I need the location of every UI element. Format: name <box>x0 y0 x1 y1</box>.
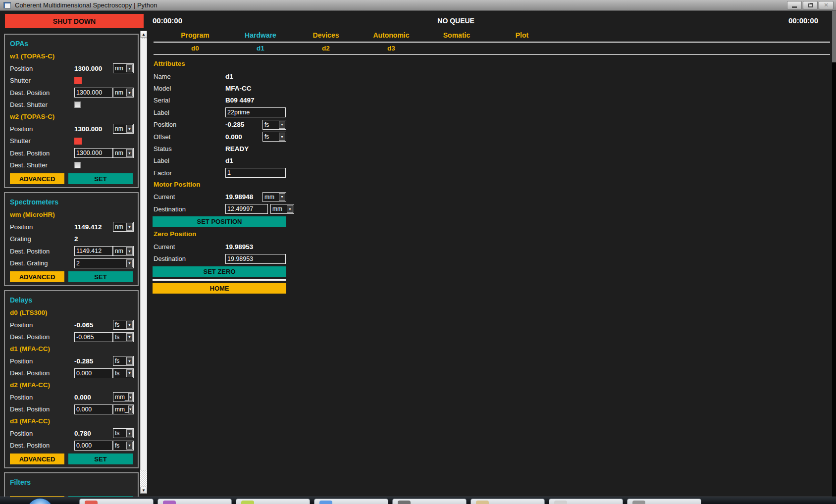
dest-grating-select[interactable]: 2▼ <box>74 258 134 268</box>
grating-value: 2 <box>74 235 78 243</box>
set-button[interactable]: SET <box>68 173 133 184</box>
unit-select[interactable]: fs▼ <box>262 132 286 142</box>
position-value: 0.780 <box>74 430 91 437</box>
subtabs-row: d0d1d2d3 <box>162 45 424 54</box>
position-value: 1300.000 <box>74 125 102 133</box>
advanced-button[interactable]: ADVANCED <box>10 271 64 282</box>
set-zero-button[interactable]: SET ZERO <box>153 266 286 277</box>
unit-select[interactable]: fs▼ <box>113 356 134 366</box>
unit-select[interactable]: fs▼ <box>113 441 134 451</box>
subtab-d1[interactable]: d1 <box>228 45 293 54</box>
subtab-d2[interactable]: d2 <box>293 45 359 54</box>
tab-plot[interactable]: Plot <box>489 31 555 41</box>
form-row: Current19.98953 <box>154 241 292 252</box>
scrollbar-thumb[interactable] <box>140 39 147 470</box>
form-row: Current19.98948mm▼ <box>154 191 292 203</box>
dest-position-input[interactable] <box>74 332 113 342</box>
tan-folder-app-icon <box>476 501 489 504</box>
tab-somatic[interactable]: Somatic <box>424 31 489 41</box>
window-edge <box>832 11 836 62</box>
field-label: Position <box>10 394 33 401</box>
unit-value: mm <box>271 205 287 212</box>
subtab-d0[interactable]: d0 <box>162 45 228 54</box>
dest-shutter-checkbox[interactable] <box>74 101 81 108</box>
dest-position-input[interactable] <box>74 441 113 451</box>
form-row: Named1 <box>154 70 292 82</box>
shutdown-button[interactable]: SHUT DOWN <box>5 14 144 28</box>
tab-autonomic[interactable]: Autonomic <box>359 31 424 41</box>
taskbar-app-button[interactable] <box>627 499 701 504</box>
unit-select[interactable]: fs▼ <box>113 332 134 342</box>
unit-select[interactable]: mm▼ <box>262 192 286 202</box>
unit-select[interactable]: nm▼ <box>113 124 134 134</box>
taskbar-app-button[interactable] <box>157 499 232 504</box>
unit-select[interactable]: mm_▼ <box>113 404 134 414</box>
unit-select[interactable]: mm_▼ <box>113 392 134 402</box>
advanced-button[interactable]: ADVANCED <box>10 173 64 184</box>
taskbar-app-button[interactable] <box>79 499 154 504</box>
form-row: Labeld1 <box>154 155 292 167</box>
unit-select[interactable]: fs▼ <box>113 368 134 378</box>
form-row: Position0.000mm_▼ <box>10 391 133 403</box>
field-label: Position <box>154 121 176 128</box>
dest-shutter-checkbox[interactable] <box>74 162 81 168</box>
taskbar-app-button[interactable] <box>236 499 310 504</box>
advanced-button[interactable]: ADVANCED <box>10 454 64 464</box>
unit-select[interactable]: nm▼ <box>113 222 134 232</box>
scroll-up-icon[interactable]: ▲ <box>140 31 147 38</box>
group-heading: w2 (TOPAS-C) <box>10 111 133 123</box>
unit-select[interactable]: fs▼ <box>113 428 134 438</box>
field-label: Grating <box>10 235 31 243</box>
scroll-down-icon[interactable]: ▼ <box>140 487 147 494</box>
home-button[interactable]: HOME <box>153 283 286 294</box>
subtab-d3[interactable]: d3 <box>359 45 424 54</box>
form-row: Factor <box>154 167 292 179</box>
dest-position-input[interactable] <box>74 246 113 256</box>
destination-input[interactable] <box>225 204 268 214</box>
taskbar-app-button[interactable] <box>470 499 545 504</box>
field-label: Position <box>10 321 33 329</box>
dropdown-arrow-icon: ▼ <box>126 64 133 72</box>
tab-devices[interactable]: Devices <box>293 31 359 41</box>
panel-buttons: ADVANCEDSET <box>10 271 133 282</box>
form-row: Dest. Positionfs▼ <box>10 331 133 344</box>
dropdown-arrow-icon: ▼ <box>126 333 133 341</box>
queue-status: NO QUEUE <box>437 17 474 25</box>
set-button[interactable]: SET <box>68 271 133 282</box>
taskbar-app-button[interactable] <box>314 499 388 504</box>
unit-value: nm <box>113 248 126 254</box>
unit-value: mm <box>263 194 279 201</box>
field-label: Position <box>10 223 33 231</box>
unit-select[interactable]: nm▼ <box>113 88 134 98</box>
field-label: Name <box>154 73 171 80</box>
unit-select[interactable]: fs▼ <box>262 120 286 130</box>
set-button[interactable]: SET <box>68 454 133 464</box>
dest-position-input[interactable] <box>74 368 113 378</box>
sidebar-scrollbar[interactable]: ▲ ▼ <box>140 31 147 494</box>
dropdown-arrow-icon: ▼ <box>126 125 133 133</box>
dest-position-input[interactable] <box>74 88 113 98</box>
minimize-button[interactable] <box>787 1 802 9</box>
set-position-button[interactable]: SET POSITION <box>153 216 286 227</box>
destination-input[interactable] <box>225 254 286 264</box>
close-button[interactable]: ✕ <box>819 1 834 9</box>
unit-select[interactable]: fs▼ <box>113 320 134 330</box>
unit-select[interactable]: nm▼ <box>113 246 134 256</box>
windows-start-orb[interactable] <box>27 498 53 504</box>
factor-input[interactable] <box>225 168 286 178</box>
tab-program[interactable]: Program <box>162 31 228 41</box>
panel-delays: Delaysd0 (LTS300)Position-0.065fs▼Dest. … <box>4 290 139 468</box>
form-row: Offset0.000fs▼ <box>154 131 292 143</box>
unit-select[interactable]: nm▼ <box>113 63 134 73</box>
dest-position-input[interactable] <box>74 148 113 158</box>
tab-hardware[interactable]: Hardware <box>228 31 293 41</box>
restore-button[interactable] <box>803 1 818 9</box>
taskbar-app-button[interactable] <box>549 499 623 504</box>
dest-position-input[interactable] <box>74 404 113 414</box>
select-value: 2 <box>75 260 126 267</box>
form-row: SerialB09 4497 <box>154 95 292 106</box>
label-input[interactable] <box>225 107 286 117</box>
taskbar-app-button[interactable] <box>392 499 467 504</box>
unit-select[interactable]: mm▼ <box>270 204 294 214</box>
unit-select[interactable]: nm▼ <box>113 148 134 158</box>
